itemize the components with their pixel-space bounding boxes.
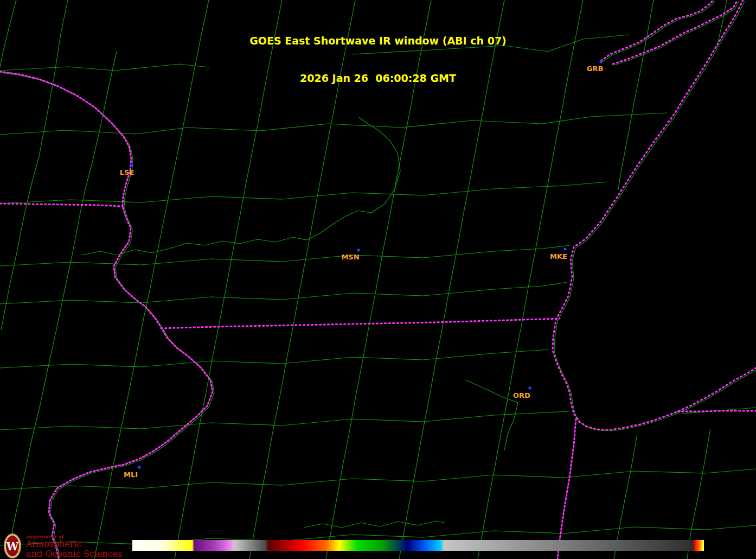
logo-name-line-1: Atmospheric	[26, 540, 122, 549]
county-boundary-line	[0, 411, 569, 430]
station-dot	[564, 248, 567, 251]
station-label: MSN	[341, 253, 359, 261]
il-in-border	[558, 419, 576, 559]
mississippi-river-county-line	[2, 73, 214, 559]
station-label: MKE	[550, 252, 567, 261]
station-dot	[138, 466, 141, 469]
logo-name-line-2: and Oceanic Sciences	[26, 550, 122, 558]
station-mli: MLI	[124, 466, 141, 479]
county-boundary-line	[0, 182, 607, 204]
title-line-2: 2026 Jan 26 06:00:28 GMT	[0, 72, 756, 85]
county-boundary-line	[0, 113, 667, 135]
station-mke: MKE	[550, 248, 567, 261]
title-line-1: GOES East Shortwave IR window (ABI ch 07…	[0, 35, 756, 47]
wi-il-border	[161, 319, 560, 328]
aos-logo-text: Department of Atmospheric and Oceanic Sc…	[26, 532, 122, 558]
crest-w-letter: W	[6, 540, 19, 553]
station-label: MLI	[124, 471, 138, 479]
county-boundary-line	[0, 282, 567, 304]
station-dot	[357, 249, 360, 252]
station-label: LSE	[120, 168, 134, 176]
aos-logo: W Department of Atmospheric and Oceanic …	[3, 532, 122, 559]
station-dot	[131, 164, 133, 167]
station-lse: LSE	[120, 164, 134, 177]
mississippi-river	[0, 72, 213, 559]
county-boundary-line	[0, 469, 756, 490]
uw-crest-icon: W	[3, 532, 22, 559]
logo-dept-line: Department of	[26, 535, 122, 539]
station-ord: ORD	[513, 387, 531, 400]
station-dot	[529, 387, 531, 390]
county-boundary-line	[8, 52, 117, 555]
satellite-map-view: GRBLSEMSNMKEORDMLI GOES East Shortwave I…	[0, 0, 756, 559]
temperature-colorbar	[132, 540, 704, 551]
mn-ia-border	[0, 204, 123, 206]
county-boundary-line	[0, 350, 549, 368]
station-label: ORD	[513, 391, 530, 399]
county-boundary-line	[687, 429, 710, 559]
county-boundary-line	[0, 245, 571, 266]
county-boundary-line	[304, 521, 445, 528]
station-msn: MSN	[341, 249, 360, 262]
county-boundary-line	[81, 117, 400, 255]
image-title: GOES East Shortwave IR window (ABI ch 07…	[0, 10, 756, 110]
